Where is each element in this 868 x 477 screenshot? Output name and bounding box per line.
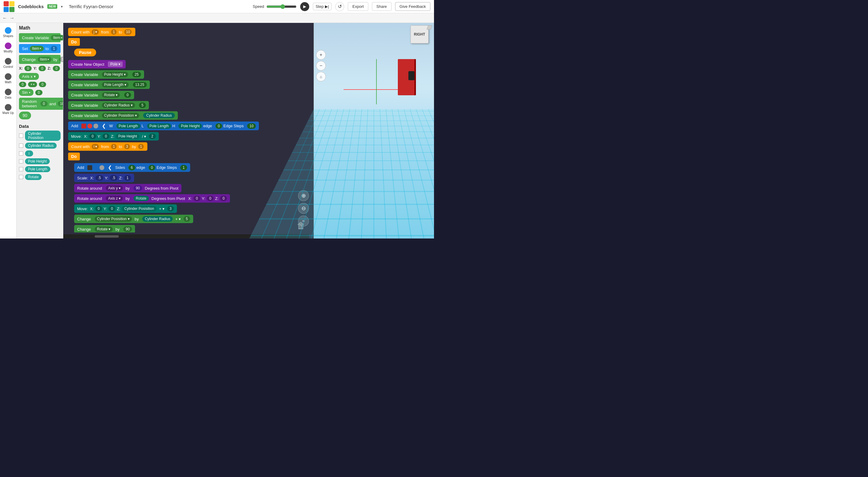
project-name[interactable]: Terrific Fyyran-Densor (69, 4, 113, 9)
cylinder-radius-checkbox[interactable] (19, 144, 23, 148)
sidebar-item-data[interactable]: Data (1, 87, 16, 101)
create-var-rotate-block[interactable]: Create Variable Rotate ▾ 0 (68, 91, 134, 99)
create-var-cyl-pos-block[interactable]: Create Variable Cylinder Posisition ▾ Cy… (68, 111, 178, 120)
header-dropdown-arrow[interactable]: ▾ (61, 4, 63, 9)
create-var-cyl-radius-block[interactable]: Create Variable Cylinder Radius ▾ 5 (68, 101, 149, 110)
pole-height-pill[interactable]: Pole Height (25, 158, 50, 164)
toolbar: ← → (0, 13, 434, 23)
vp-zoom-in-button[interactable]: + (316, 50, 326, 60)
sidebar: Shapes Modify Control Math Data Mark Up (0, 23, 17, 239)
ninety-block[interactable]: 90 (19, 112, 31, 119)
vp-home-button[interactable]: ⌂ (316, 72, 326, 81)
add-block[interactable]: Add ❮ W Pole Length L Pole Length H Pole… (68, 121, 259, 130)
random-block[interactable]: Random between 0 and 10 (19, 98, 63, 110)
cylinder-radius-pill[interactable]: Cylinder Radius (25, 143, 57, 149)
canvas-area: Count with j ▾ from 1 to 10 Do Pause Cre… (63, 23, 434, 239)
rotate-z-block[interactable]: Rotate around Axis z ▾ by Rotate Degrees… (74, 194, 230, 203)
give-feedback-button[interactable]: Give Feedback (395, 2, 430, 11)
sidebar-label-math: Math (5, 81, 11, 84)
set-value: 1 (51, 46, 58, 51)
pole-length-pill[interactable]: Pole Length (25, 166, 50, 172)
and-label: and (50, 101, 56, 106)
sidebar-label-shapes: Shapes (3, 34, 13, 38)
pole-length-checkbox[interactable] (19, 167, 23, 171)
object-notch (408, 71, 414, 80)
pause-block[interactable]: Pause (74, 49, 96, 56)
count-with-i-block[interactable]: Count with i ▾ from 1 to 3 by 1 (68, 142, 147, 151)
x-value[interactable]: 0 (24, 66, 32, 71)
play-button[interactable]: ▶ (300, 2, 309, 11)
speed-section: Speed (253, 4, 297, 9)
set-item-dropdown[interactable]: Item ▾ (30, 46, 44, 51)
op-pill[interactable]: + ▾ (28, 82, 37, 87)
viewport-3d: RIGHT + − ⌂ (313, 23, 434, 239)
set-item-block[interactable]: Set Item ▾ to 1 (19, 44, 61, 53)
sidebar-item-math[interactable]: Math (1, 71, 16, 86)
sidebar-label-data: Data (5, 96, 11, 99)
rotate-y-block[interactable]: Rotate around Axis y ▾ by 90 Degrees fro… (74, 184, 181, 192)
item-dropdown[interactable]: Item ▾ (51, 35, 63, 40)
speed-slider[interactable] (267, 4, 297, 9)
cylinder-pos-pill[interactable]: Cylinder Posisition (25, 130, 61, 141)
pole-height-checkbox[interactable] (19, 159, 23, 163)
data-var-i: i (19, 150, 61, 156)
move-block[interactable]: Move: X: 0 Y: 0 Z: Pole Height / ▾ 2 (68, 132, 159, 141)
change-item-block[interactable]: Change Item ▾ by 1 (19, 55, 61, 64)
math-op-block[interactable]: 0 + ▾ 0 (19, 82, 61, 87)
viewport-controls: + − ⌂ (316, 50, 326, 81)
sidebar-item-modify[interactable]: Modify (1, 41, 16, 55)
step-label: Step (315, 4, 324, 9)
logo-green (9, 7, 14, 12)
vp-zoom-out-button[interactable]: − (316, 61, 326, 70)
math-right[interactable]: 0 (39, 82, 46, 87)
sidebar-item-control[interactable]: Control (1, 56, 16, 70)
y-value[interactable]: 0 (38, 66, 46, 71)
share-button[interactable]: Share (372, 2, 392, 11)
random-max[interactable]: 10 (58, 101, 63, 107)
forward-button[interactable]: → (10, 16, 14, 21)
sidebar-label-control: Control (3, 65, 13, 68)
markup-icon (5, 104, 11, 111)
cube-corner (427, 25, 432, 30)
count-with-j-block[interactable]: Count with j ▾ from 1 to 10 (68, 28, 135, 36)
random-min[interactable]: 0 (40, 101, 48, 107)
rotate-checkbox[interactable] (19, 175, 23, 179)
sin-pill[interactable]: Sin ▾ (19, 89, 33, 96)
reset-button[interactable]: ↺ (335, 2, 344, 11)
change-value: 1 (59, 57, 63, 62)
shapes-icon (5, 27, 11, 34)
change-item-dropdown[interactable]: Item ▾ (38, 57, 52, 62)
add-inner-block[interactable]: Add ❮ Sides 6 edge 0 Edge Steps 1 (74, 163, 190, 172)
math-left[interactable]: 0 (19, 82, 26, 87)
back-button[interactable]: ← (2, 16, 7, 21)
sidebar-item-markup[interactable]: Mark Up (1, 102, 16, 116)
data-section-title: Data (19, 124, 61, 129)
axis-x-block[interactable]: Axis x ▾ (19, 73, 39, 80)
scrollbar-thumb[interactable] (95, 235, 119, 238)
cube-face-right[interactable]: RIGHT (410, 25, 429, 43)
nav-cube[interactable]: RIGHT (410, 25, 432, 47)
z-value[interactable]: 0 (53, 66, 60, 71)
create-var-pole-length-block[interactable]: Create Variable Pole Length ▾ 13.25 (68, 81, 150, 89)
create-var-pole-height-block[interactable]: Create Variable Pole Height ▾ 25 (68, 70, 144, 79)
sin-value[interactable]: 0 (35, 90, 42, 95)
i-checkbox[interactable] (19, 151, 23, 156)
create-new-object-block[interactable]: Create New Object Pole ▾ (68, 60, 126, 68)
rotate-pill[interactable]: Rotate (25, 174, 41, 180)
data-var-pole-length: Pole Length (19, 166, 61, 172)
step-button[interactable]: Step ▶| (313, 3, 332, 10)
change-cyl-pos-block[interactable]: Change Cylinder Posisition ▾ by Cylinder… (74, 215, 193, 223)
sidebar-item-shapes[interactable]: Shapes (1, 25, 16, 39)
export-button[interactable]: Export (348, 2, 368, 11)
cylinder-pos-checkbox[interactable] (19, 133, 23, 138)
data-var-pole-height: Pole Height (19, 158, 61, 164)
new-badge: NEW (47, 4, 57, 9)
change-rotate-block[interactable]: Change Rotate ▾ by 90 (74, 225, 135, 233)
nav-buttons: ← → (2, 16, 14, 21)
i-pill[interactable]: i (25, 150, 33, 156)
scale-block[interactable]: Scale: X: .5 Y: .5 Z: 1 (74, 174, 134, 182)
create-variable-block[interactable]: Create Variable Item ▾ 0 (19, 33, 61, 42)
data-icon (5, 89, 11, 95)
move-z-cyl-block[interactable]: Move: X: 0 Y: 0 Z: Cylinder Posisition +… (74, 204, 177, 213)
sin-block[interactable]: Sin ▾ 0 (19, 89, 61, 96)
